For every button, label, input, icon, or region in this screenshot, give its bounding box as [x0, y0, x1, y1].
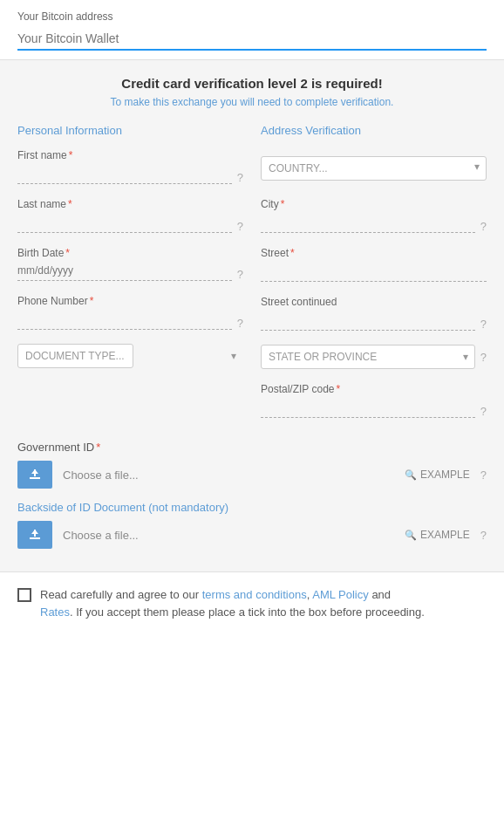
personal-info-col: Personal Information First name* ? Last …	[17, 124, 243, 432]
backside-search-icon: 🔍	[405, 530, 417, 541]
birth-date-group: Birth Date* ?	[17, 247, 243, 281]
agreement-section: Read carefully and agree to our terms an…	[0, 571, 504, 634]
bitcoin-label: Your Bitcoin address	[17, 10, 487, 23]
street-continued-help-icon[interactable]: ?	[480, 318, 487, 331]
required-star-6: *	[290, 247, 295, 259]
agreement-checkbox[interactable]	[17, 588, 31, 602]
phone-number-help-icon[interactable]: ?	[237, 317, 243, 330]
gov-id-search-icon: 🔍	[405, 469, 417, 481]
verification-title: Credit card verification level 2 is requ…	[17, 76, 487, 91]
first-name-row: ?	[17, 163, 243, 184]
svg-marker-2	[31, 469, 38, 474]
doc-type-row: DOCUMENT TYPE...	[17, 344, 243, 368]
street-continued-label: Street continued	[261, 296, 487, 308]
last-name-group: Last name* ?	[17, 198, 243, 233]
gov-id-label: Government ID*	[17, 441, 487, 454]
gov-id-example-link[interactable]: 🔍 EXAMPLE	[405, 469, 470, 481]
state-row: STATE OR PROVINCE ?	[261, 345, 487, 369]
last-name-help-icon[interactable]: ?	[237, 220, 243, 233]
phone-number-group: Phone Number* ?	[17, 295, 243, 330]
last-name-label: Last name*	[17, 198, 243, 210]
backside-example-link[interactable]: 🔍 EXAMPLE	[405, 529, 470, 541]
required-star-4: *	[90, 295, 94, 307]
country-group: COUNTRY...	[261, 149, 487, 184]
birth-date-input[interactable]	[17, 261, 232, 281]
city-group: City* ?	[261, 198, 487, 233]
backside-upload-btn[interactable]	[17, 521, 52, 549]
gov-id-upload-row: Choose a file... 🔍 EXAMPLE ?	[17, 461, 487, 489]
birth-date-label: Birth Date*	[17, 247, 243, 259]
first-name-label: First name*	[17, 149, 243, 161]
street-continued-input[interactable]	[261, 310, 475, 331]
postal-input[interactable]	[261, 397, 475, 418]
document-type-wrapper: DOCUMENT TYPE...	[17, 344, 243, 368]
address-col: Address Verification COUNTRY... City* ?	[261, 124, 487, 432]
state-help-icon[interactable]: ?	[480, 351, 487, 364]
bitcoin-input[interactable]	[17, 28, 487, 51]
backside-upload-icon	[28, 528, 42, 542]
city-input[interactable]	[261, 212, 475, 233]
postal-row: ?	[261, 397, 487, 418]
svg-rect-3	[30, 537, 40, 539]
street-row	[261, 261, 487, 282]
backside-label: Backside of ID Document (not mandatory)	[17, 501, 487, 514]
last-name-input[interactable]	[17, 212, 232, 233]
address-heading: Address Verification	[261, 124, 487, 137]
gov-id-help-icon[interactable]: ?	[480, 469, 487, 482]
required-star-8: *	[96, 441, 100, 454]
backside-help-icon[interactable]: ?	[480, 529, 487, 542]
last-name-row: ?	[17, 212, 243, 233]
city-help-icon[interactable]: ?	[480, 220, 487, 233]
svg-rect-0	[30, 477, 40, 479]
postal-help-icon[interactable]: ?	[480, 405, 487, 418]
agreement-row: Read carefully and agree to our terms an…	[17, 586, 487, 620]
gov-id-section: Government ID* Choose a file... 🔍 EXAMPL…	[17, 441, 487, 549]
city-label: City*	[261, 198, 487, 210]
phone-number-row: ?	[17, 309, 243, 330]
first-name-input[interactable]	[17, 163, 232, 184]
street-continued-group: Street continued ?	[261, 296, 487, 331]
country-select[interactable]: COUNTRY...	[261, 156, 487, 181]
gov-id-upload-btn[interactable]	[17, 461, 52, 489]
postal-group: Postal/ZIP code* ?	[261, 383, 487, 418]
terms-link[interactable]: terms and conditions	[202, 588, 307, 601]
country-select-wrapper: COUNTRY...	[261, 149, 487, 184]
state-select[interactable]: STATE OR PROVINCE	[261, 345, 475, 369]
first-name-group: First name* ?	[17, 149, 243, 184]
aml-link[interactable]: AML Policy	[312, 588, 369, 601]
document-type-select[interactable]: DOCUMENT TYPE...	[17, 344, 133, 368]
street-label: Street*	[261, 247, 487, 259]
street-group: Street*	[261, 247, 487, 282]
birth-date-row: ?	[17, 261, 243, 281]
street-continued-row: ?	[261, 310, 487, 331]
verification-subtitle: To make this exchange you will need to c…	[17, 96, 487, 108]
upload-icon	[28, 468, 42, 482]
backside-choose-file: Choose a file...	[63, 529, 394, 542]
birth-date-help-icon[interactable]: ?	[237, 268, 243, 281]
personal-heading: Personal Information	[17, 124, 243, 137]
required-star: *	[69, 149, 73, 161]
required-star-5: *	[281, 198, 285, 210]
phone-number-label: Phone Number*	[17, 295, 243, 307]
first-name-help-icon[interactable]: ?	[237, 171, 243, 184]
required-star-7: *	[337, 383, 341, 395]
postal-label: Postal/ZIP code*	[261, 383, 487, 395]
backside-upload-row: Choose a file... 🔍 EXAMPLE ?	[17, 521, 487, 549]
gov-id-choose-file: Choose a file...	[63, 469, 394, 482]
city-row: ?	[261, 212, 487, 233]
bitcoin-section: Your Bitcoin address	[0, 0, 504, 60]
state-select-wrapper: STATE OR PROVINCE	[261, 345, 475, 369]
required-star-3: *	[65, 247, 70, 259]
svg-marker-5	[31, 530, 38, 534]
agreement-text: Read carefully and agree to our terms an…	[40, 586, 425, 620]
form-columns: Personal Information First name* ? Last …	[17, 124, 487, 432]
rates-link[interactable]: Rates	[40, 605, 70, 619]
verification-section: Credit card verification level 2 is requ…	[0, 60, 504, 571]
street-input[interactable]	[261, 261, 487, 282]
required-star-2: *	[68, 198, 72, 210]
phone-number-input[interactable]	[17, 309, 232, 330]
